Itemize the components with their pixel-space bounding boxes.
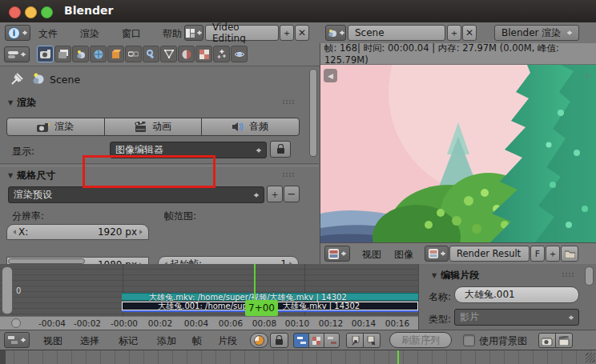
resize-corner-widget[interactable] — [586, 353, 595, 362]
editor-type-dropdown[interactable] — [4, 332, 30, 348]
menu-add[interactable]: 添加 — [157, 334, 176, 348]
image-editor: 帧: 168| 时间: 00:00.04 | 内存: 27.97M (0.00M… — [320, 43, 596, 264]
tab-physics[interactable] — [231, 46, 248, 62]
zoom-window-button[interactable] — [41, 6, 53, 18]
minimize-window-button[interactable] — [25, 6, 37, 18]
playhead-frame-label[interactable]: 7+00 — [245, 300, 278, 316]
render-stats-bar: 帧: 168| 时间: 00:00.04 | 内存: 27.97M (0.00M… — [320, 43, 596, 65]
ruler-tick: -00:00 — [107, 318, 142, 328]
strip-name-field[interactable]: 大雄兔.001 — [454, 286, 579, 303]
vertical-scrollbar[interactable] — [309, 69, 317, 157]
open-image-button[interactable] — [561, 246, 578, 262]
render-preset-dropdown[interactable]: 渲染预设 — [8, 186, 264, 203]
region-collapse-arrow[interactable]: ◀ — [324, 69, 337, 82]
strip-panel-header[interactable]: ▼ 编辑片段 — [432, 269, 479, 282]
refresh-sequence-button[interactable]: 刷新序列 — [389, 332, 452, 348]
strip-type-dropdown[interactable]: 影片 — [454, 309, 579, 326]
scene-dropdown[interactable] — [325, 25, 346, 41]
view-type-both-button[interactable] — [324, 333, 340, 348]
panel-drag-widget[interactable] — [282, 172, 295, 178]
render-engine-dropdown[interactable]: Blender 渲染 — [494, 25, 579, 41]
menu-window[interactable]: 窗口 — [122, 27, 141, 41]
channel-scrollbar[interactable] — [2, 266, 13, 314]
new-image-button[interactable]: ＋ — [546, 246, 560, 262]
tab-render-layers[interactable] — [54, 46, 71, 62]
close-window-button[interactable] — [9, 6, 21, 18]
scrollbar-cap[interactable] — [11, 318, 21, 328]
menu-image[interactable]: 图像 — [394, 248, 413, 262]
speaker-icon — [232, 122, 244, 132]
menu-view[interactable]: 视图 — [362, 248, 381, 262]
tab-particles[interactable] — [213, 46, 230, 62]
view-type-preview-button[interactable] — [308, 333, 324, 348]
screen-layout-dropdown[interactable] — [184, 25, 203, 41]
properties-header — [0, 43, 320, 66]
menu-frame[interactable]: 帧 — [192, 334, 202, 348]
playback-sync-button[interactable] — [250, 333, 268, 348]
editor-type-dropdown[interactable] — [4, 46, 30, 62]
screen-layout-field[interactable]: Video Editing — [205, 25, 279, 41]
tab-object-data[interactable] — [160, 46, 177, 62]
tab-constraints[interactable] — [125, 46, 142, 62]
menu-help[interactable]: 帮助 — [163, 27, 182, 41]
vertical-scrollbar[interactable] — [585, 266, 594, 286]
tab-world[interactable] — [90, 46, 107, 62]
delete-scene-button[interactable]: ✕ — [462, 25, 477, 41]
render-animation-button[interactable]: 动画 — [104, 118, 203, 136]
view-type-sequencer-button[interactable] — [293, 333, 309, 348]
tab-texture[interactable] — [195, 46, 212, 62]
tab-modifiers[interactable] — [143, 46, 159, 62]
menu-file[interactable]: 文件 — [38, 27, 58, 41]
paste-button[interactable] — [363, 333, 381, 348]
menu-view[interactable]: 视图 — [43, 334, 62, 348]
chevron-updown-icon — [20, 335, 26, 345]
tab-material[interactable] — [178, 46, 195, 62]
add-scene-button[interactable]: ＋ — [447, 25, 461, 41]
image-datablock-dropdown[interactable] — [425, 246, 449, 262]
menu-marker[interactable]: 标记 — [119, 334, 138, 348]
copy-button[interactable] — [346, 333, 364, 348]
use-backdrop-checkbox[interactable] — [463, 334, 475, 346]
tab-scene[interactable] — [72, 46, 89, 62]
time-ruler[interactable]: -00:04 -00:02 -00:00 00:02 00:04 00:06 0… — [0, 316, 418, 330]
tab-object[interactable] — [107, 46, 124, 62]
frame-range-label: 帧范围: — [164, 210, 196, 223]
add-layout-button[interactable]: ＋ — [280, 25, 294, 41]
remove-preset-button[interactable]: − — [284, 186, 300, 202]
fake-user-button[interactable]: F — [530, 246, 545, 262]
unlock-interface-button[interactable] — [270, 141, 291, 158]
pin-icon[interactable] — [10, 72, 24, 86]
editor-type-dropdown[interactable] — [324, 246, 350, 262]
timeline-strip[interactable] — [0, 350, 596, 364]
render-still-button[interactable]: 渲染 — [6, 118, 105, 136]
dimensions-panel-header[interactable]: ▼ 规格尺寸 — [8, 169, 55, 182]
delete-layout-button[interactable]: ✕ — [295, 25, 309, 41]
render-still-icon-button[interactable] — [538, 333, 556, 348]
render-audio-button[interactable]: 音频 — [201, 118, 300, 136]
region-plus-icon[interactable]: ＋ — [582, 69, 593, 83]
display-mode-dropdown[interactable]: 图像编辑器 — [110, 142, 267, 158]
panel-drag-widget[interactable] — [562, 272, 574, 278]
preview-view-icon — [312, 337, 320, 345]
menu-strip[interactable]: 片段 — [218, 334, 237, 348]
horizontal-scrollbar[interactable] — [8, 258, 85, 264]
panel-drag-widget[interactable] — [282, 99, 295, 105]
add-preset-button[interactable]: ＋ — [267, 186, 283, 202]
sequencer-timeline-area[interactable]: 0 大雄兔.mkv: /home/super/视频/大雄兔.mkv | 1430… — [0, 264, 418, 316]
ruler-tick: 00:04 — [179, 318, 214, 328]
editor-type-dropdown[interactable]: i — [5, 25, 30, 41]
scene-name-field[interactable]: Scene — [348, 25, 445, 41]
menu-select[interactable]: 选择 — [80, 334, 99, 348]
render-button-label: 渲染 — [54, 120, 74, 134]
strip-panel-title: 编辑片段 — [441, 269, 479, 282]
lock-button[interactable] — [270, 333, 288, 348]
tab-render[interactable] — [37, 46, 54, 62]
resolution-x-field[interactable]: X: 1920 px — [6, 224, 149, 240]
folder-icon — [565, 250, 575, 258]
clapperboard-icon — [135, 122, 147, 132]
render-animation-icon-button[interactable] — [555, 333, 573, 348]
render-panel-header[interactable]: ▼ 渲染 — [8, 96, 36, 110]
image-name-field[interactable]: Render Result — [449, 246, 530, 262]
world-icon — [94, 50, 103, 59]
menu-render[interactable]: 渲染 — [80, 27, 99, 41]
